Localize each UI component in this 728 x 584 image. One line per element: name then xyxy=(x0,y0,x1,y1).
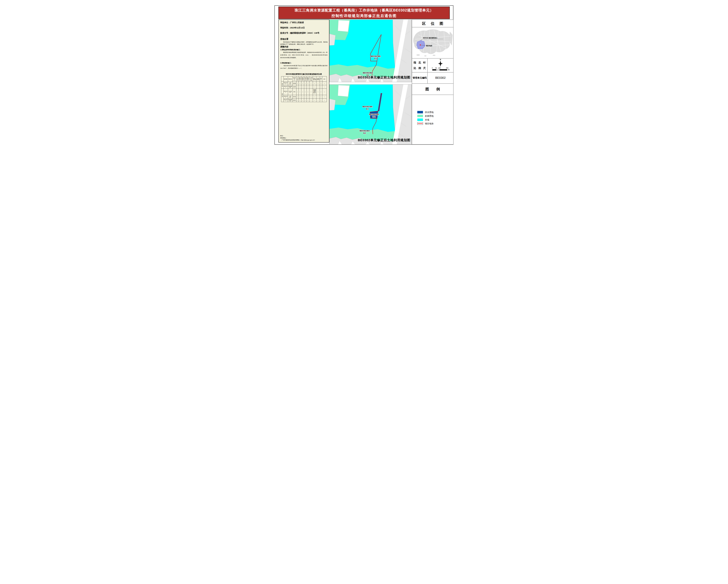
table-cell: — xyxy=(304,82,307,85)
table-cell: — xyxy=(307,85,309,89)
table-header-cell: 建筑面积 (㎡) xyxy=(298,76,301,82)
table-cell: 118197 xyxy=(292,99,296,102)
legend-swatch-supply-water xyxy=(417,111,423,113)
table-cell: — xyxy=(304,95,307,99)
adjustment-item2-body: 地块BE0302465配套市政公用设施新增“地块建设调蓄设施容积244.75m³… xyxy=(280,64,328,70)
parcel-label-after-385: BE0302385 E1 xyxy=(363,106,372,110)
table-header-cell: 备注 xyxy=(322,76,327,82)
notice-page: 珠江三角洲水资源配置工程（番禺段）工作井地块（番禺区BE0302规划管理单元） … xyxy=(273,0,455,146)
location-map-title: 区 位 图 xyxy=(412,20,453,27)
indicator-table-body: 修正前BE0302385水域（E1）304089——————————BE0302… xyxy=(281,82,327,102)
info-panel: 审批单位：广州市人民政府 审批时间：2023年12月12日 批准文号：穗府番规划… xyxy=(278,20,329,142)
map-after: BE0302385 E1 BE0302365 U11 BE0302364 E2 … xyxy=(329,84,412,144)
project-site-dot xyxy=(420,45,421,46)
table-row: 修正后BE0302465供水用地（U11）6781——————地块建设调蓄设施容… xyxy=(281,89,327,95)
table-cell: 地块建设调蓄设施容积244m³ xyxy=(313,89,316,95)
table-cell: — xyxy=(307,95,309,99)
north-scale-graphics: N 0 50 100 200 米 xyxy=(427,58,453,72)
table-cell: 118305 xyxy=(292,85,296,89)
table-cell: — xyxy=(320,85,322,89)
table-cell: 供水用地（U11） xyxy=(288,89,292,95)
table-cell: — xyxy=(304,99,307,102)
legend-swatch-water xyxy=(417,118,423,121)
table-row: BE0302364农林用地（E2）118197—————————— xyxy=(281,99,327,102)
table-cell: — xyxy=(322,85,327,89)
table-cell: — xyxy=(296,95,298,99)
table-cell: — xyxy=(316,95,320,99)
table-cell: — xyxy=(307,89,309,95)
legend-swatch-project-parcel xyxy=(417,122,423,125)
adjustment-heading: 调整内容 xyxy=(280,46,328,48)
table-header-cell: 容积率 xyxy=(296,76,298,82)
table-header-cell: 公共服务 设施 xyxy=(309,76,313,82)
parcel-label-after-365: BE0302365 U11 xyxy=(369,113,379,118)
table-cell: 水域（E1） xyxy=(288,82,292,85)
notes-url: 广州市规划和自然资源局网站（http://ghzyj.gz.gov.cn/） xyxy=(280,139,316,141)
table-cell: — xyxy=(307,82,309,85)
road-polygon xyxy=(338,85,349,97)
scale-tick: 100 xyxy=(438,67,441,69)
map-before-caption: BE0302单元修正前土地利用规划图 xyxy=(358,75,411,80)
table-cell: — xyxy=(309,89,313,95)
table-cell: — xyxy=(304,89,307,95)
table-cell: — xyxy=(316,82,320,85)
scale-label: 比 例 尺 xyxy=(412,67,427,70)
legend-section: 供水用地 农林用地 水域 项目地块 xyxy=(412,95,453,144)
table-cell: — xyxy=(313,82,316,85)
parcel-use-code: E1 xyxy=(363,108,372,110)
parcel-code: BE0302364 xyxy=(360,130,370,132)
row-group-label: 修正后 xyxy=(281,89,284,102)
island xyxy=(416,54,420,56)
table-cell: — xyxy=(296,82,298,85)
north-arrow-label: 指 北 针 xyxy=(412,61,427,64)
table-cell: BE0302385 xyxy=(284,95,288,99)
table-cell: — xyxy=(301,85,304,89)
table-cell: 6781 xyxy=(292,89,296,95)
parcel-label-after-364: BE0302364 E2 xyxy=(360,130,370,134)
legend-label: 项目地块 xyxy=(425,122,434,125)
notes-block: 附注： 查询网址： 广州市规划和自然资源局网站（http://ghzyj.gz.… xyxy=(280,135,316,141)
table-cell: BE0302364 xyxy=(284,85,288,89)
legend-swatch-farmland xyxy=(417,115,423,117)
legend-label: 农林用地 xyxy=(425,115,434,117)
table-cell: — xyxy=(309,99,313,102)
table-cell: — xyxy=(298,85,301,89)
legend-title: 图 例 xyxy=(412,84,453,95)
table-header-cell: 建筑限高 (m) xyxy=(307,76,309,82)
approval-doc-number: 批准文号：穗府番规划资源审〔2023〕136号 xyxy=(280,32,328,34)
table-header-cell: 地块面积 (㎡) xyxy=(292,76,296,82)
minimap-unit-label: BD0102 规划管理单元 xyxy=(423,37,437,39)
table-cell: — xyxy=(301,95,304,99)
table-cell: — xyxy=(307,99,309,102)
island xyxy=(424,55,426,56)
title-banner: 珠江三角洲水资源配置工程（番禺段）工作井地块（番禺区BE0302规划管理单元） … xyxy=(278,6,450,19)
table-cell: — xyxy=(296,89,298,95)
table-cell: — xyxy=(316,89,320,95)
table-cell: — xyxy=(296,85,298,89)
page-title-line1: 珠江三角洲水资源配置工程（番禺段）工作井地块（番禺区BE0302规划管理单元） xyxy=(279,8,449,13)
compass-rose: N xyxy=(437,59,444,68)
island xyxy=(433,55,436,56)
legend-label: 供水用地 xyxy=(425,111,434,113)
table-cell: BE0302364 xyxy=(284,99,288,102)
parcel-code: BE0302365 xyxy=(369,113,379,115)
table-cell: — xyxy=(322,95,327,99)
compass-icon xyxy=(437,60,444,67)
legend-project-line xyxy=(418,123,422,124)
approval-date: 审批时间：2023年12月12日 xyxy=(280,26,328,29)
indicator-table-header-row: 地块编码用地性质地块面积 (㎡)容积率建筑面积 (㎡)建筑密度 (%)绿地率 (… xyxy=(281,76,327,82)
location-minimap: BD0102 规划管理单元 项目地块 xyxy=(412,27,453,58)
notes-line1: 附注： xyxy=(280,135,316,137)
minimap-canvas: BD0102 规划管理单元 项目地块 xyxy=(412,27,453,58)
table-cell: — xyxy=(309,85,313,89)
unit-code-label: 管理单元编码 xyxy=(412,73,427,83)
adjustment-item2-title: 2.用地指标修正： xyxy=(280,62,328,64)
table-cell: — xyxy=(309,95,313,99)
parcel-use-code: U11 xyxy=(369,115,379,118)
table-cell: — xyxy=(298,82,301,85)
row-group-label: 修正前 xyxy=(281,82,284,89)
map-after-caption: BE0302单元修正后土地利用规划图 xyxy=(358,138,411,142)
notes-line2: 查询网址： xyxy=(280,137,316,139)
table-cell: — xyxy=(313,99,316,102)
table-cell: — xyxy=(316,85,320,89)
